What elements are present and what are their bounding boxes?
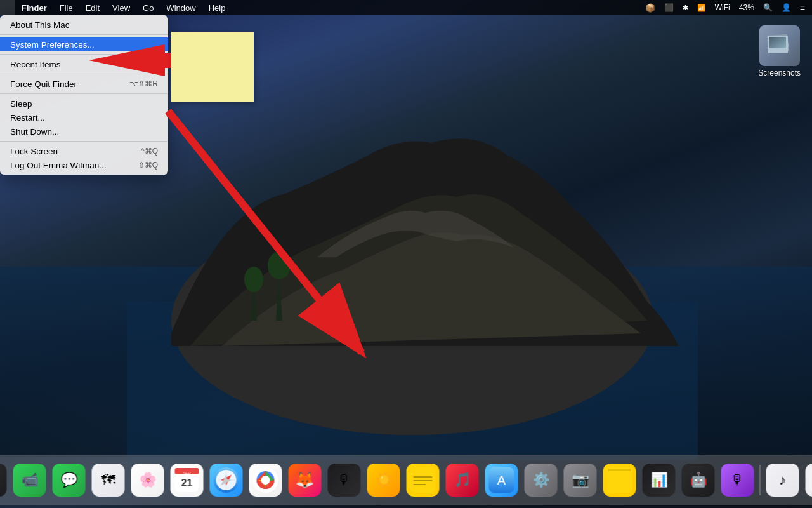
facetime-icon: 📹 — [13, 464, 46, 497]
dock-item-notes[interactable] — [405, 462, 442, 498]
dock-item-image-capture[interactable]: 📷 — [562, 462, 599, 498]
menubar-go[interactable]: Go — [136, 0, 160, 15]
menubar-window[interactable]: Window — [160, 0, 202, 15]
dock-item-vpn[interactable]: 🤖 — [680, 462, 717, 498]
appstore-icon: A — [485, 464, 518, 497]
bluetooth-status[interactable]: ✱ — [678, 0, 693, 15]
menubar-finder[interactable]: Finder — [15, 0, 53, 15]
menu-divider-5 — [0, 141, 168, 142]
island-illustration — [127, 79, 698, 460]
dock-item-chrome[interactable] — [247, 462, 284, 498]
safari-icon — [210, 464, 243, 497]
svg-point-2 — [244, 267, 263, 292]
dock-item-music[interactable]: 🎵 — [444, 462, 481, 498]
dock-item-photos[interactable]: 🌸 — [129, 462, 166, 498]
lock-screen-item[interactable]: Lock Screen ^⌘Q — [0, 144, 168, 158]
messages-icon: 💬 — [53, 464, 86, 497]
menubar-help[interactable]: Help — [202, 0, 232, 15]
rocket-icon: 🚀 — [0, 464, 7, 497]
svg-point-29 — [261, 476, 270, 485]
menubar-file[interactable]: File — [53, 0, 79, 15]
dock-item-calendar[interactable]: 21SEP — [169, 462, 206, 498]
photos-icon: 🌸 — [131, 464, 164, 497]
dock-item-activity[interactable]: 📊 — [641, 462, 678, 498]
menu-divider-1 — [0, 34, 168, 35]
menubar: Finder File Edit View Go Window Help 📦 ⬛… — [0, 0, 812, 15]
image-capture-icon: 📷 — [564, 464, 597, 497]
log-out-item[interactable]: Log Out Emma Witman... ⇧⌘Q — [0, 158, 168, 172]
spotlight-icon[interactable]: 🔍 — [759, 0, 777, 15]
menubar-right: 📦 ⬛ ✱ 📶 WiFi 43% 🔍 👤 ≡ — [641, 0, 812, 15]
svg-text:A: A — [497, 473, 506, 487]
music-icon: 🎵 — [446, 464, 479, 497]
maps-icon: 🗺 — [92, 464, 125, 497]
dock-item-maps[interactable]: 🗺 — [90, 462, 127, 498]
force-quit-item[interactable]: Force Quit Finder ⌥⇧⌘R — [0, 77, 168, 91]
svg-rect-31 — [414, 476, 433, 478]
dock-item-siri[interactable]: 🎙 — [326, 462, 363, 498]
dock-item-launchpad[interactable]: 🚀 — [0, 462, 9, 498]
screenshots-label: Screenshots — [758, 69, 801, 77]
notification-center-icon[interactable]: ≡ — [796, 0, 809, 15]
dock-item-firefox[interactable]: 🦊 — [287, 462, 324, 498]
podcasts-icon: 🎙 — [721, 464, 754, 497]
svg-point-3 — [268, 251, 291, 279]
log-out-shortcut: ⇧⌘Q — [138, 161, 158, 170]
dock-item-messages[interactable]: 💬 — [51, 462, 88, 498]
svg-rect-38 — [809, 467, 813, 493]
dock-separator — [760, 465, 761, 495]
dropbox-status[interactable]: 📦 — [641, 0, 660, 15]
dock: 😊 🚀 📹 💬 🗺 🌸 21SEP — [0, 455, 812, 505]
menu-divider-3 — [0, 74, 168, 74]
dock-item-facetime[interactable]: 📹 — [11, 462, 48, 498]
brightness-icon: ☀️ — [367, 464, 400, 497]
screen-record-status[interactable]: ⬛ — [660, 0, 678, 15]
svg-rect-7 — [165, 53, 241, 68]
menubar-view[interactable]: View — [106, 0, 136, 15]
about-this-mac-item[interactable]: About This Mac — [0, 18, 168, 32]
sysprefs-icon: ⚙️ — [525, 464, 558, 497]
notes-icon — [407, 464, 440, 497]
siri-icon: 🎙 — [328, 464, 361, 497]
svg-rect-33 — [414, 484, 426, 485]
launchpad2-icon — [806, 464, 813, 497]
chrome-icon — [249, 464, 282, 497]
shut-down-item[interactable]: Shut Down... — [0, 124, 168, 138]
svg-rect-13 — [769, 37, 786, 48]
menubar-edit[interactable]: Edit — [79, 0, 106, 15]
dock-item-podcasts[interactable]: 🎙 — [719, 462, 756, 498]
dock-item-itunes[interactable]: ♪ — [764, 462, 801, 498]
svg-rect-32 — [414, 480, 433, 481]
svg-text:SEP: SEP — [183, 471, 190, 475]
dock-item-safari[interactable] — [208, 462, 245, 498]
apple-menu-dropdown: About This Mac System Preferences... Rec… — [0, 15, 168, 175]
lock-screen-shortcut: ^⌘Q — [141, 147, 158, 156]
dock-item-brightness[interactable]: ☀️ — [365, 462, 402, 498]
dock-item-appstore[interactable]: A — [483, 462, 520, 498]
dock-item-stickies[interactable] — [601, 462, 638, 498]
sleep-item[interactable]: Sleep — [0, 97, 168, 110]
clock-display: 43% — [735, 0, 759, 15]
dock-item-sysprefs[interactable]: ⚙️ — [523, 462, 560, 498]
apple-menu-trigger[interactable] — [0, 0, 15, 15]
firefox-icon: 🦊 — [289, 464, 322, 497]
desktop: Finder File Edit View Go Window Help 📦 ⬛… — [0, 0, 812, 508]
svg-rect-37 — [608, 469, 631, 471]
recent-items-item[interactable]: Recent Items ▶ — [0, 57, 168, 71]
screenshots-icon — [759, 25, 800, 66]
wifi-status[interactable]: 📶 — [693, 0, 710, 15]
dock-item-launchpad2[interactable] — [804, 462, 813, 498]
recent-items-arrow: ▶ — [153, 60, 158, 69]
siri-status-icon[interactable]: 👤 — [777, 0, 796, 15]
system-preferences-item[interactable]: System Preferences... — [0, 37, 168, 51]
svg-text:21: 21 — [181, 478, 193, 488]
calendar-icon: 21SEP — [171, 464, 204, 497]
restart-item[interactable]: Restart... — [0, 110, 168, 124]
battery-status[interactable]: WiFi — [710, 0, 735, 15]
itunes-icon: ♪ — [766, 464, 799, 497]
activity-monitor-icon: 📊 — [643, 464, 676, 497]
screenshots-desktop-icon[interactable]: Screenshots — [758, 25, 801, 77]
menu-divider-2 — [0, 54, 168, 55]
menu-divider-4 — [0, 93, 168, 94]
menubar-left: Finder File Edit View Go Window Help — [0, 0, 232, 15]
